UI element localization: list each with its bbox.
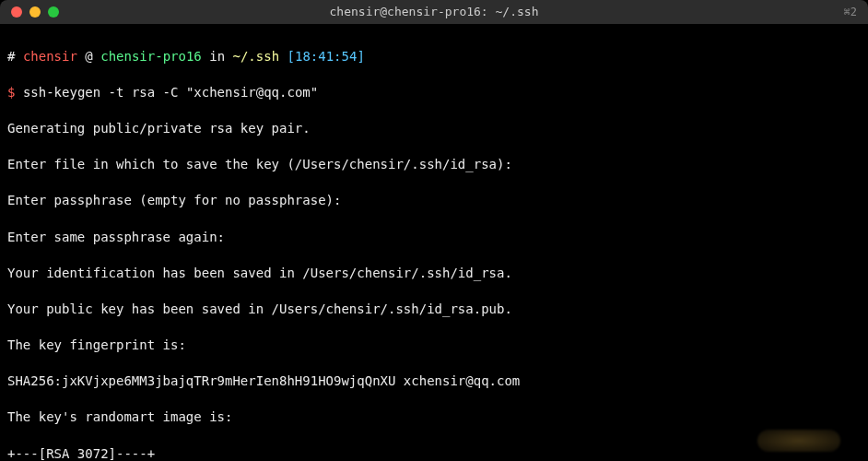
prompt-line-1: # chensir @ chensir-pro16 in ~/.ssh [18:… [7, 48, 861, 66]
output-line: SHA256:jxKVjxpe6MM3jbajqTRr9mHerIen8hH91… [7, 372, 861, 391]
prompt-at: @ [85, 49, 92, 64]
prompt-path: ~/.ssh [233, 49, 280, 64]
output-line: Generating public/private rsa key pair. [7, 120, 861, 138]
traffic-lights [11, 6, 59, 18]
output-line: Enter same passphrase again: [7, 229, 861, 247]
prompt-host: chensir-pro16 [100, 49, 202, 64]
output-line: The key fingerprint is: [7, 337, 861, 355]
window-titlebar: chensir@chensir-pro16: ~/.ssh ⌘2 [0, 0, 868, 24]
window-title: chensir@chensir-pro16: ~/.ssh [0, 4, 868, 20]
randomart-line: +---[RSA 3072]----+ [7, 445, 861, 461]
output-line: Enter file in which to save the key (/Us… [7, 156, 861, 174]
maximize-icon[interactable] [48, 6, 59, 18]
output-line: Your public key has been saved in /Users… [7, 301, 861, 319]
prompt-hash: # [7, 49, 15, 64]
minimize-icon[interactable] [29, 6, 41, 18]
prompt-in: in [209, 49, 225, 64]
prompt-line-2: $ ssh-keygen -t rsa -C "xchensir@qq.com" [7, 84, 861, 102]
close-icon[interactable] [11, 6, 22, 18]
prompt-dollar: $ [7, 85, 15, 100]
prompt-time: [18:41:54] [287, 49, 365, 64]
output-line: Your identification has been saved in /U… [7, 265, 861, 283]
window-shortcut: ⌘2 [844, 5, 857, 20]
prompt-user: chensir [23, 49, 77, 64]
command-text: ssh-keygen -t rsa -C "xchensir@qq.com" [23, 85, 318, 100]
watermark [757, 430, 840, 452]
terminal-output[interactable]: # chensir @ chensir-pro16 in ~/.ssh [18:… [0, 24, 868, 461]
output-line: The key's randomart image is: [7, 408, 861, 427]
output-line: Enter passphrase (empty for no passphras… [7, 192, 861, 210]
